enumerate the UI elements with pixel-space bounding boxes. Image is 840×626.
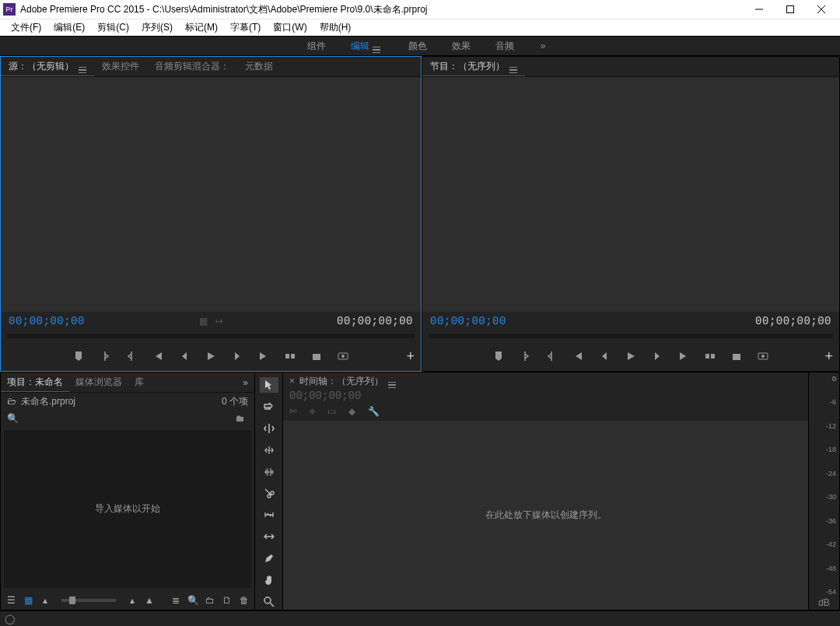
workspace-editing[interactable]: 编辑 xyxy=(338,37,396,55)
pen-tool[interactable] xyxy=(260,551,278,566)
loop-icon[interactable]: ↦ xyxy=(215,316,223,327)
timeline-marker-icon[interactable]: ◆ xyxy=(348,406,355,417)
export-frame-icon[interactable] xyxy=(337,350,349,362)
workspace-effects[interactable]: 效果 xyxy=(439,37,483,55)
panel-menu-icon[interactable] xyxy=(388,374,396,388)
find-icon[interactable]: 🔍 xyxy=(187,595,198,606)
icon-view-icon[interactable]: ▦ xyxy=(23,595,33,606)
ripple-edit-tool[interactable] xyxy=(260,421,278,436)
selection-tool[interactable] xyxy=(260,377,278,393)
step-back-icon[interactable] xyxy=(598,350,611,362)
insert-icon[interactable] xyxy=(284,350,296,362)
search-icon[interactable]: 🔍 xyxy=(7,413,19,424)
source-timeline-scrubber[interactable] xyxy=(7,334,415,338)
tab-program[interactable]: 节目：（无序列） xyxy=(422,57,525,76)
program-timecode-right[interactable]: 00;00;00;00 xyxy=(755,315,831,327)
fit-icon[interactable]: ▦ xyxy=(199,316,208,327)
add-button[interactable]: + xyxy=(824,348,833,365)
zoom-tool[interactable] xyxy=(260,594,278,610)
add-marker-icon[interactable]: ▭ xyxy=(327,406,336,417)
project-bin-area[interactable]: 导入媒体以开始 xyxy=(4,430,251,588)
razor-tool[interactable] xyxy=(260,486,278,502)
thumbnail-size-slider[interactable] xyxy=(61,599,116,602)
new-item-icon[interactable]: 🗋 xyxy=(222,595,233,606)
snap-icon[interactable]: ✄ xyxy=(289,406,297,417)
workspace-color[interactable]: 颜色 xyxy=(396,37,439,55)
go-to-out-icon[interactable] xyxy=(677,350,690,362)
new-bin-icon[interactable]: 🗀 xyxy=(205,595,215,606)
add-button[interactable]: + xyxy=(406,348,415,365)
step-forward-icon[interactable] xyxy=(231,350,243,362)
panel-menu-icon[interactable] xyxy=(509,59,517,73)
minimize-button[interactable] xyxy=(744,0,775,19)
close-button[interactable] xyxy=(806,0,837,19)
maximize-button[interactable] xyxy=(775,0,806,19)
timeline-timecode[interactable]: 00;00;00;00 xyxy=(283,390,808,402)
lift-icon[interactable] xyxy=(704,350,716,362)
in-point-icon[interactable] xyxy=(519,350,531,362)
project-tabs-more-icon[interactable]: » xyxy=(243,377,254,388)
tab-audio-clip-mixer[interactable]: 音频剪辑混合器： xyxy=(147,57,237,76)
workspace-audio[interactable]: 音频 xyxy=(483,37,527,55)
source-timecode-right[interactable]: 00;00;00;00 xyxy=(337,315,413,327)
slip-tool[interactable] xyxy=(260,507,278,523)
clear-icon[interactable]: 🗑 xyxy=(239,595,250,606)
overwrite-icon[interactable] xyxy=(310,350,323,362)
go-to-in-icon[interactable] xyxy=(572,350,584,362)
marker-icon[interactable] xyxy=(72,350,85,362)
track-select-tool[interactable] xyxy=(260,399,278,414)
linked-selection-icon[interactable]: ⎆ xyxy=(310,406,315,417)
extract-icon[interactable] xyxy=(730,350,743,362)
workspace-more-icon[interactable]: » xyxy=(541,40,546,51)
play-icon[interactable] xyxy=(625,350,637,362)
menu-help[interactable]: 帮助(H) xyxy=(313,21,358,34)
menu-window[interactable]: 窗口(W) xyxy=(267,21,313,34)
menu-marker[interactable]: 标记(M) xyxy=(179,21,224,34)
go-to-in-icon[interactable] xyxy=(152,350,164,362)
program-monitor-viewport[interactable] xyxy=(422,77,839,312)
step-forward-icon[interactable] xyxy=(651,350,663,362)
play-icon[interactable] xyxy=(205,350,217,362)
marker-icon[interactable] xyxy=(492,350,505,362)
filter-bin-icon[interactable]: 🖿 xyxy=(233,413,248,424)
menu-clip[interactable]: 剪辑(C) xyxy=(91,21,135,34)
tab-media-browser[interactable]: 媒体浏览器 xyxy=(69,372,128,392)
tab-project[interactable]: 项目：未命名 xyxy=(1,372,69,392)
freeform-view-icon[interactable]: ▴ xyxy=(40,595,51,606)
go-to-out-icon[interactable] xyxy=(257,350,270,362)
automate-icon[interactable]: ≣ xyxy=(170,595,181,606)
program-timecode-left[interactable]: 00;00;00;00 xyxy=(430,315,506,327)
workspace-assembly[interactable]: 组件 xyxy=(295,37,338,55)
tab-effect-controls[interactable]: 效果控件 xyxy=(94,57,147,76)
export-frame-icon[interactable] xyxy=(757,350,769,362)
timeline-drop-area[interactable]: 在此处放下媒体以创建序列。 xyxy=(283,421,808,610)
menu-file[interactable]: 文件(F) xyxy=(5,21,47,34)
source-timecode-left[interactable]: 00;00;00;00 xyxy=(9,315,85,327)
program-timeline-scrubber[interactable] xyxy=(429,334,833,338)
project-search-input[interactable] xyxy=(23,413,140,424)
menu-sequence[interactable]: 序列(S) xyxy=(135,21,179,34)
menu-title[interactable]: 字幕(T) xyxy=(224,21,267,34)
settings-icon[interactable]: 🔧 xyxy=(368,406,380,417)
menu-edit[interactable]: 编辑(E) xyxy=(47,21,91,34)
out-point-icon[interactable] xyxy=(125,350,138,362)
in-point-icon[interactable] xyxy=(99,350,111,362)
slide-tool[interactable] xyxy=(260,529,278,544)
workspace-menu-icon[interactable] xyxy=(373,39,380,53)
tab-source[interactable]: 源：（无剪辑） xyxy=(1,57,94,76)
rate-stretch-tool[interactable] xyxy=(260,464,278,480)
out-point-icon[interactable] xyxy=(545,350,558,362)
tab-metadata[interactable]: 元数据 xyxy=(237,57,281,76)
audio-meter-scale[interactable]: 0 -6 -12 -18 -24 -30 -36 -42 -48 -54 xyxy=(809,376,839,596)
panel-menu-icon[interactable] xyxy=(79,59,86,73)
source-monitor-viewport[interactable] xyxy=(1,77,421,312)
sort-small-icon[interactable]: ▴ xyxy=(127,595,138,606)
rolling-edit-tool[interactable] xyxy=(260,442,278,458)
list-view-icon[interactable]: ☰ xyxy=(5,595,16,606)
sort-large-icon[interactable]: ▲ xyxy=(144,595,155,606)
close-panel-icon[interactable]: × xyxy=(289,376,295,386)
creative-cloud-icon[interactable]: ◯ xyxy=(5,614,15,624)
tab-libraries[interactable]: 库 xyxy=(128,372,150,392)
step-back-icon[interactable] xyxy=(178,350,191,362)
hand-tool[interactable] xyxy=(260,572,278,588)
